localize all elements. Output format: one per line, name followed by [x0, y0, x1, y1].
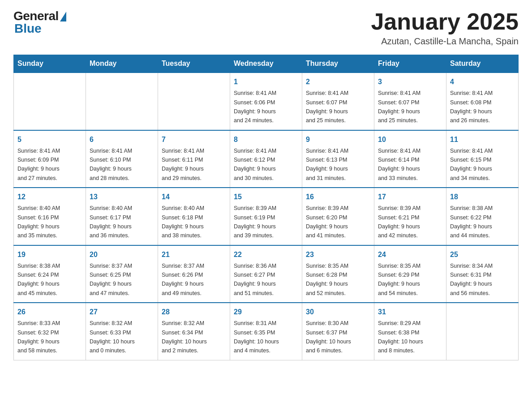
day-number: 17: [378, 192, 442, 202]
calendar-cell: [446, 303, 519, 360]
calendar-cell: 16Sunrise: 8:39 AM Sunset: 6:20 PM Dayli…: [302, 188, 374, 245]
calendar-cell: 22Sunrise: 8:36 AM Sunset: 6:27 PM Dayli…: [230, 245, 302, 303]
day-number: 1: [234, 77, 298, 87]
day-number: 20: [90, 249, 154, 260]
calendar-cell: [86, 73, 158, 130]
day-number: 15: [234, 192, 298, 202]
day-of-week-header: Thursday: [302, 55, 374, 73]
day-number: 29: [234, 307, 298, 317]
day-info: Sunrise: 8:41 AM Sunset: 6:07 PM Dayligh…: [306, 90, 348, 124]
day-number: 19: [17, 249, 82, 260]
day-info: Sunrise: 8:41 AM Sunset: 6:07 PM Dayligh…: [378, 90, 420, 124]
calendar-cell: 29Sunrise: 8:31 AM Sunset: 6:35 PM Dayli…: [230, 303, 302, 360]
calendar-cell: 6Sunrise: 8:41 AM Sunset: 6:10 PM Daylig…: [86, 130, 158, 188]
day-number: 25: [450, 249, 515, 260]
day-number: 7: [162, 134, 226, 145]
day-number: 13: [90, 192, 154, 202]
day-info: Sunrise: 8:41 AM Sunset: 6:14 PM Dayligh…: [378, 148, 420, 181]
day-info: Sunrise: 8:39 AM Sunset: 6:20 PM Dayligh…: [306, 205, 348, 239]
day-info: Sunrise: 8:41 AM Sunset: 6:08 PM Dayligh…: [450, 90, 493, 124]
calendar-cell: 30Sunrise: 8:30 AM Sunset: 6:37 PM Dayli…: [302, 303, 374, 360]
calendar-cell: 25Sunrise: 8:34 AM Sunset: 6:31 PM Dayli…: [446, 245, 519, 303]
day-info: Sunrise: 8:37 AM Sunset: 6:26 PM Dayligh…: [162, 263, 204, 296]
calendar-cell: 10Sunrise: 8:41 AM Sunset: 6:14 PM Dayli…: [374, 130, 446, 188]
day-number: 26: [17, 307, 82, 317]
calendar-cell: 21Sunrise: 8:37 AM Sunset: 6:26 PM Dayli…: [158, 245, 230, 303]
day-info: Sunrise: 8:40 AM Sunset: 6:18 PM Dayligh…: [162, 205, 204, 239]
calendar-cell: 11Sunrise: 8:41 AM Sunset: 6:15 PM Dayli…: [446, 130, 519, 188]
day-number: 12: [17, 192, 82, 202]
day-info: Sunrise: 8:41 AM Sunset: 6:06 PM Dayligh…: [234, 90, 276, 124]
calendar-cell: 4Sunrise: 8:41 AM Sunset: 6:08 PM Daylig…: [446, 73, 519, 130]
day-number: 16: [306, 192, 370, 202]
day-number: 14: [162, 192, 226, 202]
day-number: 3: [378, 77, 442, 87]
calendar-cell: 5Sunrise: 8:41 AM Sunset: 6:09 PM Daylig…: [14, 130, 86, 188]
day-info: Sunrise: 8:41 AM Sunset: 6:10 PM Dayligh…: [90, 148, 132, 181]
month-title: January 2025: [371, 9, 519, 34]
day-of-week-header: Saturday: [446, 55, 519, 73]
calendar-cell: 17Sunrise: 8:39 AM Sunset: 6:21 PM Dayli…: [374, 188, 446, 245]
day-number: 28: [162, 307, 226, 317]
day-of-week-header: Wednesday: [230, 55, 302, 73]
calendar-cell: 31Sunrise: 8:29 AM Sunset: 6:38 PM Dayli…: [374, 303, 446, 360]
calendar-cell: 2Sunrise: 8:41 AM Sunset: 6:07 PM Daylig…: [302, 73, 374, 130]
calendar-cell: 27Sunrise: 8:32 AM Sunset: 6:33 PM Dayli…: [86, 303, 158, 360]
day-info: Sunrise: 8:30 AM Sunset: 6:37 PM Dayligh…: [306, 320, 351, 354]
day-number: 27: [90, 307, 154, 317]
day-info: Sunrise: 8:41 AM Sunset: 6:09 PM Dayligh…: [17, 148, 60, 181]
day-info: Sunrise: 8:39 AM Sunset: 6:21 PM Dayligh…: [378, 205, 420, 239]
calendar-cell: 14Sunrise: 8:40 AM Sunset: 6:18 PM Dayli…: [158, 188, 230, 245]
day-of-week-header: Monday: [86, 55, 158, 73]
day-number: 4: [450, 77, 515, 87]
day-info: Sunrise: 8:38 AM Sunset: 6:22 PM Dayligh…: [450, 205, 493, 239]
page-header: General Blue January 2025 Azutan, Castil…: [13, 9, 519, 47]
calendar-cell: 7Sunrise: 8:41 AM Sunset: 6:11 PM Daylig…: [158, 130, 230, 188]
calendar-cell: 18Sunrise: 8:38 AM Sunset: 6:22 PM Dayli…: [446, 188, 519, 245]
calendar-table: SundayMondayTuesdayWednesdayThursdayFrid…: [13, 55, 519, 360]
calendar-week-row: 5Sunrise: 8:41 AM Sunset: 6:09 PM Daylig…: [14, 130, 519, 188]
logo-triangle-icon: [60, 12, 66, 21]
day-number: 11: [450, 134, 515, 145]
calendar-cell: 13Sunrise: 8:40 AM Sunset: 6:17 PM Dayli…: [86, 188, 158, 245]
calendar-header-row: SundayMondayTuesdayWednesdayThursdayFrid…: [14, 55, 519, 73]
day-info: Sunrise: 8:37 AM Sunset: 6:25 PM Dayligh…: [90, 263, 132, 296]
calendar-cell: 19Sunrise: 8:38 AM Sunset: 6:24 PM Dayli…: [14, 245, 86, 303]
calendar-cell: 26Sunrise: 8:33 AM Sunset: 6:32 PM Dayli…: [14, 303, 86, 360]
location-text: Azutan, Castille-La Mancha, Spain: [371, 36, 519, 47]
logo: General Blue: [13, 9, 66, 36]
day-number: 5: [17, 134, 82, 145]
day-info: Sunrise: 8:35 AM Sunset: 6:29 PM Dayligh…: [378, 263, 420, 296]
day-info: Sunrise: 8:35 AM Sunset: 6:28 PM Dayligh…: [306, 263, 348, 296]
day-info: Sunrise: 8:34 AM Sunset: 6:31 PM Dayligh…: [450, 263, 493, 296]
calendar-week-row: 19Sunrise: 8:38 AM Sunset: 6:24 PM Dayli…: [14, 245, 519, 303]
day-number: 18: [450, 192, 515, 202]
day-info: Sunrise: 8:33 AM Sunset: 6:32 PM Dayligh…: [17, 320, 60, 354]
day-number: 22: [234, 249, 298, 260]
day-number: 8: [234, 134, 298, 145]
day-info: Sunrise: 8:31 AM Sunset: 6:35 PM Dayligh…: [234, 320, 279, 354]
calendar-cell: [158, 73, 230, 130]
calendar-week-row: 26Sunrise: 8:33 AM Sunset: 6:32 PM Dayli…: [14, 303, 519, 360]
calendar-cell: 24Sunrise: 8:35 AM Sunset: 6:29 PM Dayli…: [374, 245, 446, 303]
day-number: 10: [378, 134, 442, 145]
day-number: 23: [306, 249, 370, 260]
logo-blue-text: Blue: [13, 21, 42, 36]
day-info: Sunrise: 8:41 AM Sunset: 6:12 PM Dayligh…: [234, 148, 276, 181]
day-info: Sunrise: 8:32 AM Sunset: 6:34 PM Dayligh…: [162, 320, 207, 354]
day-info: Sunrise: 8:38 AM Sunset: 6:24 PM Dayligh…: [17, 263, 60, 296]
day-info: Sunrise: 8:40 AM Sunset: 6:17 PM Dayligh…: [90, 205, 132, 239]
day-info: Sunrise: 8:41 AM Sunset: 6:11 PM Dayligh…: [162, 148, 204, 181]
title-section: January 2025 Azutan, Castille-La Mancha,…: [371, 9, 519, 47]
calendar-cell: 3Sunrise: 8:41 AM Sunset: 6:07 PM Daylig…: [374, 73, 446, 130]
calendar-cell: 20Sunrise: 8:37 AM Sunset: 6:25 PM Dayli…: [86, 245, 158, 303]
day-info: Sunrise: 8:29 AM Sunset: 6:38 PM Dayligh…: [378, 320, 423, 354]
day-info: Sunrise: 8:39 AM Sunset: 6:19 PM Dayligh…: [234, 205, 276, 239]
calendar-cell: [14, 73, 86, 130]
day-info: Sunrise: 8:36 AM Sunset: 6:27 PM Dayligh…: [234, 263, 276, 296]
day-number: 30: [306, 307, 370, 317]
day-number: 6: [90, 134, 154, 145]
calendar-cell: 23Sunrise: 8:35 AM Sunset: 6:28 PM Dayli…: [302, 245, 374, 303]
calendar-cell: 9Sunrise: 8:41 AM Sunset: 6:13 PM Daylig…: [302, 130, 374, 188]
calendar-cell: 15Sunrise: 8:39 AM Sunset: 6:19 PM Dayli…: [230, 188, 302, 245]
